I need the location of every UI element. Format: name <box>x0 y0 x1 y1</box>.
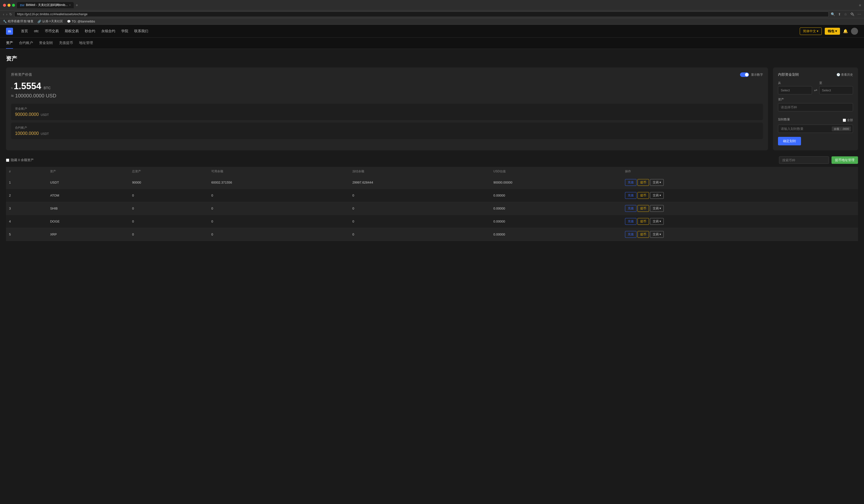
bookmark-item-1[interactable]: 🔗 认准->天美社区 <box>37 19 63 24</box>
btc-unit: BTC <box>44 86 51 90</box>
transfer-card-header: 内部资金划转 🕐 查看历史 <box>778 72 853 77</box>
search-input[interactable] <box>779 156 829 164</box>
cell-available: 60002.371556 <box>208 176 349 189</box>
table-actions: 提币地址管理 <box>779 156 858 164</box>
swap-icon[interactable]: ⇌ <box>814 88 817 93</box>
amount-label-row: 划转数量 全部 <box>778 118 853 123</box>
header-actions: 简体中文 ▾ 钱包 ▾ 🔔 <box>800 27 858 35</box>
nav-home[interactable]: 首页 <box>21 29 28 34</box>
nav-perpetual[interactable]: 永续合约 <box>101 29 115 34</box>
from-to-section: 从 Select ⇌ 至 Select <box>778 81 853 95</box>
all-checkbox[interactable]: 全部 <box>843 118 853 122</box>
table-row: 3 SHIB 0 0 0 0.00000 充值 提币 交易 ▾ <box>6 202 858 215</box>
hide-zero-checkbox[interactable] <box>6 159 9 162</box>
back-btn[interactable]: ‹ <box>3 12 4 16</box>
all-checkbox-input[interactable] <box>843 119 846 122</box>
tab-title: BitWell - 天美社区源码网timib... <box>26 3 68 7</box>
subnav-deposit[interactable]: 充值提币 <box>59 38 73 49</box>
nav-flash[interactable]: 秒合约 <box>85 29 95 34</box>
nav-otc[interactable]: otc <box>34 29 39 34</box>
trade-btn[interactable]: 交易 ▾ <box>650 205 664 212</box>
from-select[interactable]: Select <box>778 86 812 95</box>
fund-account-label: 资金账户 <box>15 107 759 111</box>
table-header-row: # 资产 总资产 可用余额 冻结余额 USD估值 操作 <box>6 167 858 176</box>
cards-row: 所有资产价值 显示数字 ≈ 1.5554 BTC ≈ 100000.0000 U… <box>6 67 858 150</box>
logo[interactable]: m <box>6 28 13 35</box>
bookmark-icon-1: 🔗 <box>37 20 41 23</box>
btc-value: 1.5554 <box>14 81 41 91</box>
cell-available: 0 <box>208 189 349 202</box>
language-btn[interactable]: 简体中文 ▾ <box>800 27 822 35</box>
usd-value-row: ≈ 100000.0000 USD <box>11 93 763 99</box>
to-select[interactable]: Select <box>819 86 853 95</box>
tab-bar: BW BitWell - 天美社区源码网timib... × + <box>17 2 857 8</box>
asset-select-input[interactable] <box>778 103 853 111</box>
manage-address-btn[interactable]: 提币地址管理 <box>831 156 858 164</box>
recharge-btn[interactable]: 充值 <box>625 205 636 212</box>
minimize-traffic-light[interactable] <box>8 4 11 7</box>
recharge-btn[interactable]: 充值 <box>625 192 636 199</box>
tab-close-btn[interactable]: × <box>69 4 71 7</box>
reload-btn[interactable]: ↻ <box>9 12 12 16</box>
search-btn[interactable]: 🔍 <box>831 12 835 16</box>
cell-frozen: 0 <box>349 228 490 241</box>
forward-btn[interactable]: › <box>6 12 8 16</box>
subnav-assets[interactable]: 资产 <box>6 38 13 49</box>
address-input[interactable] <box>14 12 829 17</box>
withdraw-btn[interactable]: 提币 <box>637 179 649 186</box>
subnav-contract[interactable]: 合约账户 <box>19 38 33 49</box>
subnav-transfer[interactable]: 资金划转 <box>39 38 53 49</box>
table-controls: 隐藏 0 余额资产 提币地址管理 <box>6 156 858 164</box>
table-row: 5 XRP 0 0 0 0.00000 充值 提币 交易 ▾ <box>6 228 858 241</box>
bookmark-icon-2: 💬 <box>67 20 71 23</box>
transfer-title: 内部资金划转 <box>778 72 799 77</box>
from-label: 从 <box>778 81 812 85</box>
wallet-btn[interactable]: 钱包 ▾ <box>825 28 840 35</box>
bookmark-item-0[interactable]: 🔧 程序搭建/开发/修复 <box>3 19 34 24</box>
fund-account-amount: 90000.0000 <box>15 112 39 117</box>
withdraw-btn[interactable]: 提币 <box>637 231 649 238</box>
trade-btn[interactable]: 交易 ▾ <box>650 192 664 199</box>
trade-btn[interactable]: 交易 ▾ <box>650 179 664 186</box>
cell-total: 0 <box>129 228 208 241</box>
view-history-btn[interactable]: 🕐 查看历史 <box>837 73 853 77</box>
trade-btn[interactable]: 交易 ▾ <box>650 231 664 238</box>
nav-contact[interactable]: 联系我们 <box>134 29 148 34</box>
user-avatar[interactable] <box>851 28 858 35</box>
trade-btn[interactable]: 交易 ▾ <box>650 218 664 225</box>
subnav-address[interactable]: 地址管理 <box>79 38 93 49</box>
nav-academy[interactable]: 学院 <box>121 29 128 34</box>
cell-id: 4 <box>6 215 47 228</box>
display-numbers-toggle[interactable] <box>740 72 749 77</box>
bookmark-item-2[interactable]: 💬 TG: @tianmeibbs <box>67 20 95 23</box>
recharge-btn[interactable]: 充值 <box>625 179 636 186</box>
fullscreen-traffic-light[interactable] <box>12 4 15 7</box>
browser-menu-btn[interactable]: ≡ <box>859 3 861 7</box>
action-btns-group: 充值 提币 交易 ▾ <box>625 231 855 238</box>
notification-icon[interactable]: 🔔 <box>843 29 848 34</box>
main-nav: 首页 otc 币币交易 期权交易 秒合约 永续合约 学院 联系我们 <box>21 29 800 34</box>
cell-actions: 充值 提币 交易 ▾ <box>622 202 858 215</box>
nav-options[interactable]: 期权交易 <box>65 29 79 34</box>
withdraw-btn[interactable]: 提币 <box>637 205 649 212</box>
nav-spot[interactable]: 币币交易 <box>45 29 59 34</box>
cell-asset: USDT <box>47 176 129 189</box>
recharge-btn[interactable]: 充值 <box>625 218 636 225</box>
bookmarks-btn[interactable]: ☆ <box>844 12 847 16</box>
withdraw-btn[interactable]: 提币 <box>637 192 649 199</box>
contract-account-amount: 10000.0000 <box>15 131 39 136</box>
active-tab[interactable]: BW BitWell - 天美社区源码网timib... × <box>17 2 74 8</box>
close-traffic-light[interactable] <box>3 4 6 7</box>
withdraw-btn[interactable]: 提币 <box>637 218 649 225</box>
browser-menu-icon[interactable]: ⋯ <box>857 12 861 16</box>
assets-card-header: 所有资产价值 显示数字 <box>11 72 763 77</box>
cell-actions: 充值 提币 交易 ▾ <box>622 228 858 241</box>
share-btn[interactable]: ⬆ <box>838 12 841 16</box>
extensions-btn[interactable]: 🔌 <box>850 12 854 16</box>
new-tab-btn[interactable]: + <box>76 3 78 8</box>
recharge-btn[interactable]: 充值 <box>625 231 636 238</box>
cell-frozen: 0 <box>349 215 490 228</box>
confirm-transfer-btn[interactable]: 确定划转 <box>778 137 801 145</box>
bookmark-label-0: 程序搭建/开发/修复 <box>8 19 34 24</box>
cell-asset: DOGE <box>47 215 129 228</box>
